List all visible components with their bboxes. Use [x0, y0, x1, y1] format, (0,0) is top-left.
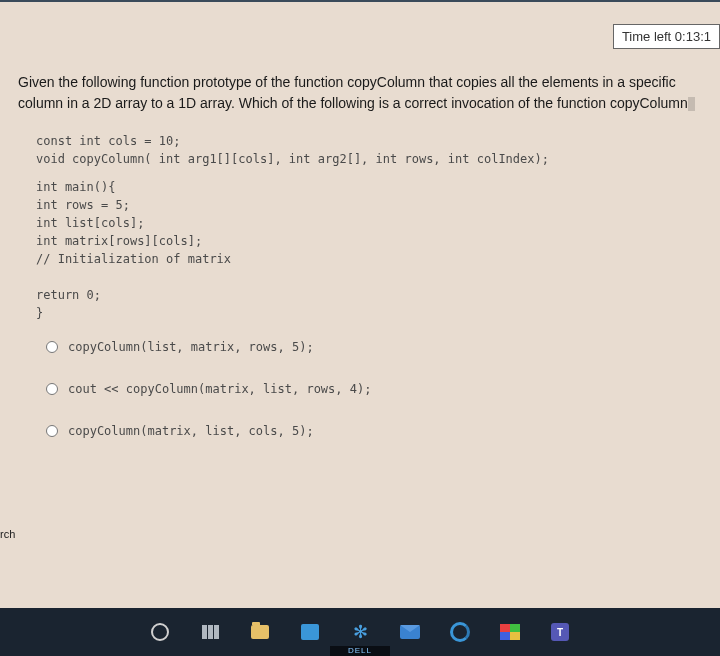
paint-icon[interactable]	[499, 621, 521, 643]
option-a[interactable]: copyColumn(list, matrix, rows, 5);	[46, 340, 702, 354]
option-b-text: cout << copyColumn(matrix, list, rows, 4…	[68, 382, 371, 396]
file-explorer-icon[interactable]	[249, 621, 271, 643]
dell-brand-label: DELL	[330, 646, 390, 656]
timer-label: Time left 0:13:1	[622, 29, 711, 44]
teams-icon[interactable]: T	[549, 621, 571, 643]
question-text: Given the following function prototype o…	[18, 72, 702, 114]
radio-icon[interactable]	[46, 341, 58, 353]
question-fn-1: copyColumn	[347, 74, 425, 90]
code-declaration: const int cols = 10; void copyColumn( in…	[36, 132, 702, 168]
search-tab-fragment: rch	[0, 528, 10, 540]
timer-box: Time left 0:13:1	[613, 24, 720, 49]
snowflake-icon[interactable]: ✻	[349, 621, 371, 643]
mail-icon[interactable]	[399, 621, 421, 643]
cortana-icon[interactable]	[149, 621, 171, 643]
question-content: Given the following function prototype o…	[0, 2, 720, 438]
option-c-text: copyColumn(matrix, list, cols, 5);	[68, 424, 314, 438]
quiz-page: Time left 0:13:1 Given the following fun…	[0, 2, 720, 608]
store-icon[interactable]	[299, 621, 321, 643]
question-intro-1: Given the following function prototype o…	[18, 74, 347, 90]
code-main: int main(){ int rows = 5; int list[cols]…	[36, 178, 702, 322]
radio-icon[interactable]	[46, 425, 58, 437]
question-fn-2: copyColumn	[610, 95, 688, 111]
radio-icon[interactable]	[46, 383, 58, 395]
option-a-text: copyColumn(list, matrix, rows, 5);	[68, 340, 314, 354]
option-b[interactable]: cout << copyColumn(matrix, list, rows, 4…	[46, 382, 702, 396]
task-view-icon[interactable]	[199, 621, 221, 643]
edge-icon[interactable]	[449, 621, 471, 643]
option-c[interactable]: copyColumn(matrix, list, cols, 5);	[46, 424, 702, 438]
text-cursor	[688, 97, 695, 111]
answer-options: copyColumn(list, matrix, rows, 5); cout …	[46, 340, 702, 438]
